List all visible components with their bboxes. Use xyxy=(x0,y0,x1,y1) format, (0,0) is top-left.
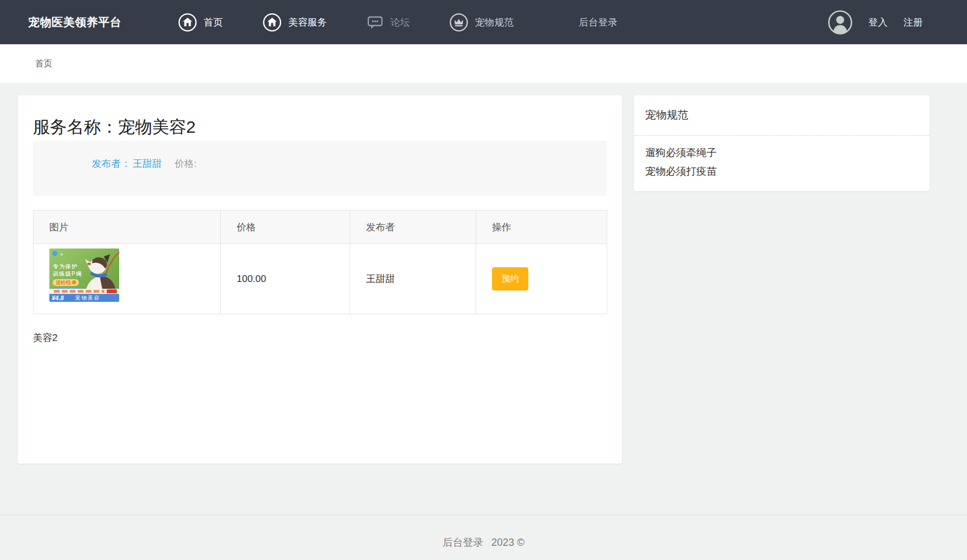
sidebar-list: 遛狗必须牵绳子 宠物必须打疫苗 xyxy=(634,136,930,191)
publisher-info-box: 发布者：王甜甜 价格: xyxy=(33,141,607,196)
publisher-cell: 王甜甜 xyxy=(350,244,476,314)
nav-item-label: 美容服务 xyxy=(288,16,327,29)
footer-admin-login-link[interactable]: 后台登录 xyxy=(443,537,484,548)
service-detail-card: 服务名称：宠物美容2 发布者：王甜甜 价格: 图片 价格 发布者 操作 xyxy=(18,95,622,464)
top-navbar: 宠物医美领养平台 首页 美容服务 论坛 宠物规范 后台登录 xyxy=(0,0,967,44)
table-row: 专为保护 训练级P绳 送铃铛 送4张字帖 ¥4.8 宠物美容 100.00 xyxy=(33,244,607,314)
price-cell: 100.00 xyxy=(221,244,350,314)
bell-icon xyxy=(72,280,76,284)
photo-caption-bar: ¥4.8 宠物美容 xyxy=(49,294,119,302)
table-header-action: 操作 xyxy=(476,210,607,244)
table-header-price: 价格 xyxy=(221,210,350,244)
avatar-icon[interactable] xyxy=(828,10,852,35)
page-title: 服务名称：宠物美容2 xyxy=(33,117,607,137)
forum-icon xyxy=(367,14,384,31)
home-icon xyxy=(178,13,197,32)
main-nav: 首页 美容服务 论坛 宠物规范 后台登录 xyxy=(178,13,657,32)
watermark-logo-icon xyxy=(52,251,57,256)
nav-item-beauty-services[interactable]: 美容服务 xyxy=(263,13,327,32)
footer-copyright: 2023 © xyxy=(491,537,524,548)
home-icon xyxy=(263,13,281,32)
publisher-name[interactable]: 王甜甜 xyxy=(133,158,162,169)
page-body: 服务名称：宠物美容2 发布者：王甜甜 价格: 图片 价格 发布者 操作 xyxy=(0,83,967,515)
nav-item-forum[interactable]: 论坛 xyxy=(367,14,410,31)
nav-item-admin-login[interactable]: 后台登录 xyxy=(579,16,617,29)
nav-item-label: 论坛 xyxy=(390,16,410,29)
publisher-label: 发布者： xyxy=(92,158,131,169)
nav-item-label: 首页 xyxy=(204,16,223,29)
photo-price-tag: ¥4.8 xyxy=(52,294,64,301)
services-table: 图片 价格 发布者 操作 xyxy=(33,210,607,314)
sidebar-title: 宠物规范 xyxy=(634,95,930,136)
reserve-button[interactable]: 预约 xyxy=(492,267,528,290)
navbar-account-area: 登入 注册 xyxy=(828,10,923,35)
breadcrumb-home-link[interactable]: 首页 xyxy=(35,58,52,69)
photo-caption: 宠物美容 xyxy=(75,294,100,302)
footer: 后台登录2023 © xyxy=(0,515,967,560)
photo-promo-strip xyxy=(49,289,119,294)
photo-badge: 送铃铛 xyxy=(53,279,79,286)
table-header-publisher: 发布者 xyxy=(350,210,476,244)
sidebar-item-vaccine-rule[interactable]: 宠物必须打疫苗 xyxy=(645,162,918,181)
service-description: 美容2 xyxy=(33,331,607,344)
nav-item-pet-rules[interactable]: 宠物规范 xyxy=(449,13,514,32)
table-header-row: 图片 价格 发布者 操作 xyxy=(33,210,607,244)
photo-overlay-text: 训练级P绳 xyxy=(53,270,82,278)
nav-item-label: 宠物规范 xyxy=(475,16,514,29)
nav-item-label: 后台登录 xyxy=(579,16,617,29)
crown-icon xyxy=(449,13,468,32)
nav-item-home[interactable]: 首页 xyxy=(178,13,223,32)
sidebar-item-leash-rule[interactable]: 遛狗必须牵绳子 xyxy=(645,144,918,162)
login-link[interactable]: 登入 xyxy=(868,16,888,29)
register-link[interactable]: 注册 xyxy=(903,16,923,29)
service-photo[interactable]: 专为保护 训练级P绳 送铃铛 送4张字帖 ¥4.8 宠物美容 xyxy=(49,249,119,302)
pet-rules-sidebar: 宠物规范 遛狗必须牵绳子 宠物必须打疫苗 xyxy=(634,95,930,191)
price-label: 价格: xyxy=(175,158,197,169)
breadcrumb: 首页 xyxy=(0,44,967,83)
photo-overlay-text: 专为保护 xyxy=(53,263,78,271)
table-header-image: 图片 xyxy=(33,210,221,244)
brand-title[interactable]: 宠物医美领养平台 xyxy=(28,15,121,30)
